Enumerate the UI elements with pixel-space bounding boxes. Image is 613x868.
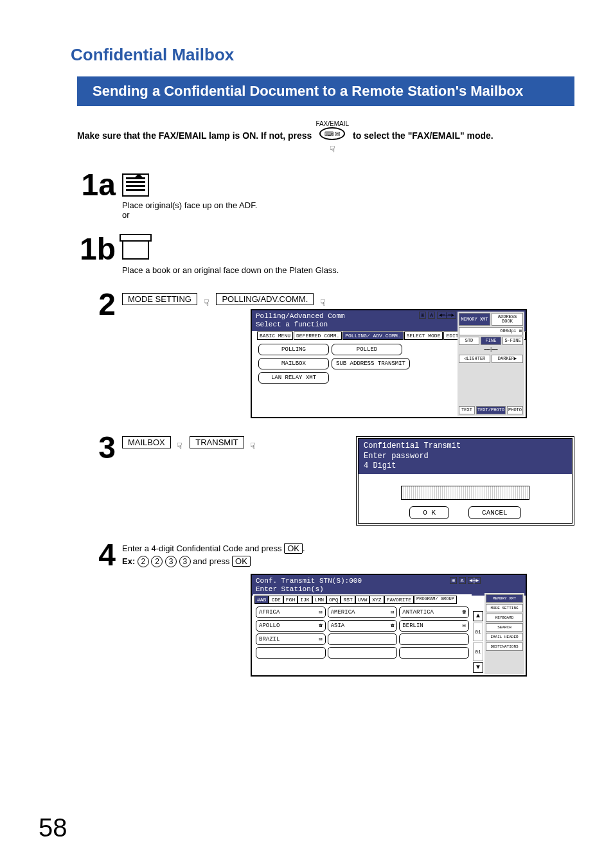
textphoto-button[interactable]: TEXT/PHOTO — [476, 406, 506, 414]
page-title: Confidential Mailbox — [71, 45, 574, 65]
addr-tab[interactable]: LMN — [312, 596, 326, 604]
photo-button[interactable]: PHOTO — [507, 406, 523, 414]
polled-button[interactable]: POLLED — [332, 344, 402, 355]
slider-icon: ◄━┼━► — [437, 312, 456, 319]
station-empty[interactable] — [399, 633, 469, 645]
station-asia[interactable]: ASIA☎ — [328, 620, 398, 632]
section-banner: Sending a Confidential Document to a Rem… — [77, 76, 574, 106]
and-press-text: and press — [193, 556, 232, 566]
addr-tab[interactable]: UVW — [355, 596, 369, 604]
a-icon: A — [428, 312, 435, 319]
station-label: APOLLO — [259, 623, 280, 629]
slider-icon: ◄┼► — [468, 577, 481, 585]
grid-icon: ⊞ — [450, 577, 457, 585]
tab-basic-menu[interactable]: BASIC MENU — [257, 332, 293, 340]
hand-icon: ☟ — [250, 441, 256, 451]
intro-line: Make sure that the FAX/EMAIL lamp is ON.… — [77, 120, 574, 150]
scroll-total: 01 — [473, 642, 483, 661]
polling-advcomm-label: POLLING/ADV.COMM. — [222, 294, 308, 304]
station-apollo[interactable]: APOLLO☎ — [256, 620, 326, 632]
station-empty[interactable] — [399, 647, 469, 659]
memory-xmt-button[interactable]: MEMORY XMT — [486, 594, 523, 603]
addr-tab[interactable]: OPQ — [326, 596, 341, 604]
addr-tab[interactable]: RST — [341, 596, 355, 604]
station-empty[interactable] — [328, 647, 398, 659]
a-icon: A — [459, 577, 466, 585]
mail-icon: ✉ — [391, 608, 394, 616]
step-2-number: 2 — [71, 289, 122, 418]
station-label: AFRICA — [259, 609, 280, 616]
hand-icon: ☟ — [320, 297, 326, 308]
step-1a-text: Place original(s) face up on the ADF. — [122, 200, 574, 210]
dialog-ok-button[interactable]: O K — [409, 506, 449, 519]
darker-button[interactable]: DARKER ▶ — [492, 355, 523, 363]
scroll-down-button[interactable]: ▼ — [473, 662, 483, 673]
faxemail-label: FAX/EMAIL — [315, 120, 349, 127]
mailbox-softbutton[interactable]: MAILBOX — [122, 436, 171, 448]
ok-key[interactable]: OK — [284, 543, 303, 554]
step-1b-text: Place a book or an original face down on… — [122, 265, 574, 275]
memory-xmt-button[interactable]: MEMORY XMT — [459, 313, 490, 326]
mode-setting-label: MODE SETTING — [128, 294, 191, 304]
addr-tab[interactable]: CDE — [269, 596, 283, 604]
addr-tab-program[interactable]: PROGRAM/ GROUP — [414, 596, 457, 604]
step-1a-or: or — [122, 210, 574, 220]
addr-tab[interactable]: IJK — [298, 596, 312, 604]
search-button[interactable]: SEARCH — [486, 623, 523, 632]
email-header-button[interactable]: EMAIL HEADER — [486, 633, 523, 641]
tab-polling-advcomm[interactable]: POLLING/ ADV.COMM. — [342, 332, 403, 340]
side-panel: MEMORY XMTADDRESS BOOK 600dpi ⊠ STDFINES… — [458, 312, 524, 416]
dialog-title: Confidential Transmit — [364, 441, 567, 452]
lighter-button[interactable]: ◁ LIGHTER — [459, 355, 490, 363]
std-button[interactable]: STD — [459, 337, 479, 345]
dialog-cancel-button[interactable]: CANCEL — [468, 506, 521, 519]
ok-key[interactable]: OK — [232, 556, 251, 567]
mailbox-button[interactable]: MAILBOX — [258, 358, 329, 369]
station-label: BRAZIL — [259, 636, 280, 642]
mail-icon: ✉ — [463, 622, 466, 629]
faxemail-icon: FAX/EMAIL ⌨✉ ☟ — [315, 120, 349, 150]
keyboard-button[interactable]: KEYBOARD — [486, 614, 523, 622]
station-berlin[interactable]: BERLIN✉ — [399, 620, 469, 632]
digit-2: 2 — [151, 556, 163, 567]
station-empty[interactable] — [256, 647, 326, 659]
step-4-number: 4 — [71, 540, 122, 677]
adf-icon — [122, 173, 149, 197]
station-empty[interactable] — [328, 633, 398, 645]
address-book-button[interactable]: ADDRESS BOOK — [492, 313, 523, 326]
polling-advcomm-button[interactable]: POLLING/ADV.COMM. — [216, 293, 314, 305]
fine-button[interactable]: FINE — [481, 337, 501, 345]
transmit-softbutton[interactable]: TRANSMIT — [190, 436, 244, 448]
fax-icon: ☎ — [463, 608, 466, 616]
polling-button[interactable]: POLLING — [258, 344, 329, 355]
tab-deferred-comm[interactable]: DEFERRED COMM. — [294, 332, 342, 340]
addr-tab-favorite[interactable]: FAVORITE — [384, 596, 414, 604]
intro-part1: Make sure that the FAX/EMAIL lamp is ON.… — [77, 130, 312, 141]
intro-part2: to select the "FAX/EMAIL" mode. — [353, 130, 493, 141]
transmit-softbutton-label: TRANSMIT — [195, 438, 238, 447]
scroll-pos: 01 — [473, 623, 483, 641]
sfine-button[interactable]: S-FINE — [502, 337, 523, 345]
tab-select-mode[interactable]: SELECT MODE — [404, 332, 443, 340]
station-africa[interactable]: AFRICA✉ — [256, 607, 326, 618]
mode-setting-button[interactable]: MODE SETTING — [122, 293, 197, 305]
platen-icon — [122, 238, 149, 260]
dialog-line2: Enter password — [364, 452, 567, 462]
station-label: BERLIN — [402, 623, 423, 629]
station-brazil[interactable]: BRAZIL✉ — [256, 633, 326, 645]
scroll-up-button[interactable]: ▲ — [473, 611, 483, 621]
step-1a-number: 1a — [71, 170, 122, 220]
step4-text1: Enter a 4-digit Confidential Code and pr… — [122, 544, 284, 553]
addr-tab[interactable]: FGH — [283, 596, 298, 604]
mode-setting-button[interactable]: MODE SETTING — [486, 604, 523, 612]
station-antartica[interactable]: ANTARTICA☎ — [399, 607, 469, 618]
mail-icon: ✉ — [319, 608, 322, 616]
sub-address-transmit-button[interactable]: SUB ADDRESS TRANSMIT — [332, 358, 410, 369]
password-input[interactable] — [401, 486, 529, 500]
destinations-button[interactable]: DESTINATIONS — [486, 642, 523, 651]
station-america[interactable]: AMERICA✉ — [328, 607, 398, 618]
addr-tab[interactable]: XYZ — [369, 596, 384, 604]
text-button[interactable]: TEXT — [459, 406, 475, 414]
lan-relay-xmt-button[interactable]: LAN RELAY XMT — [258, 372, 329, 384]
addr-tab-ab[interactable]: #AB — [254, 596, 269, 604]
